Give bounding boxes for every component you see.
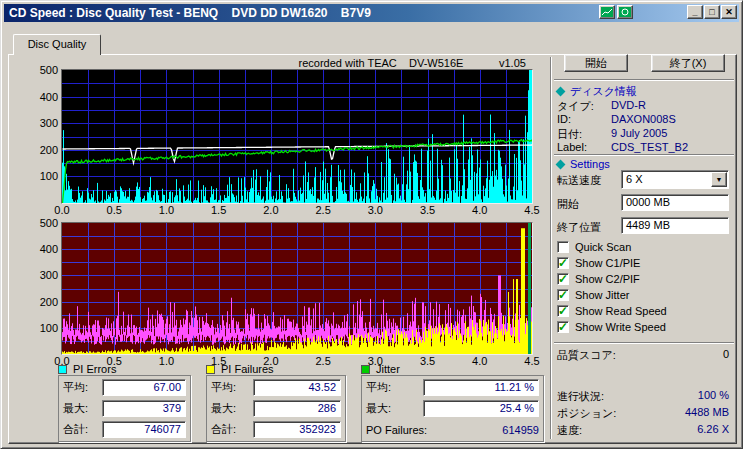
start-button-label: 開始 bbox=[585, 56, 607, 71]
recorded-with-text: recorded with TEAC DV-W516E bbox=[251, 57, 511, 69]
quality-score-label: 品質スコア: bbox=[557, 348, 616, 363]
pi-errors-title: PI Errors bbox=[73, 363, 116, 375]
checkbox-row-show-write-speed[interactable]: ✓Show Write Speed bbox=[557, 319, 733, 335]
checkbox-row-quick-scan[interactable]: Quick Scan bbox=[557, 239, 733, 255]
x-tick-label: 1.0 bbox=[153, 204, 179, 216]
disc-label-row: Label: CDS_TEST_B2 bbox=[557, 141, 688, 153]
speed-label: 転送速度 bbox=[557, 173, 601, 188]
x-tick-label: 4.5 bbox=[519, 355, 545, 367]
graph-view-icon[interactable] bbox=[599, 5, 615, 19]
checkbox-label-show-c2-pif: Show C2/PIF bbox=[575, 273, 640, 285]
position-label: ポジション: bbox=[557, 406, 616, 421]
x-tick-label: 3.0 bbox=[362, 204, 388, 216]
disc-date-row: 日付: 9 July 2005 bbox=[557, 127, 667, 142]
checkbox-row-show-jitter[interactable]: ✓Show Jitter bbox=[557, 287, 733, 303]
disc-info-header: ディスク情報 bbox=[557, 84, 637, 99]
chevron-down-icon[interactable]: ▼ bbox=[711, 172, 727, 187]
checkbox-row-show-read-speed[interactable]: ✓Show Read Speed bbox=[557, 303, 733, 319]
pi-failures-max-row: 最大: 286 bbox=[211, 400, 341, 417]
x-tick-label: 4.0 bbox=[467, 204, 493, 216]
y-tick-label: 200 bbox=[30, 296, 58, 308]
maximize-button[interactable]: □ bbox=[704, 5, 720, 19]
checkbox-show-write-speed[interactable]: ✓ bbox=[557, 321, 569, 333]
minimize-button[interactable]: _ bbox=[687, 5, 703, 19]
panel-divider bbox=[550, 57, 552, 439]
start-button[interactable]: 開始 bbox=[564, 54, 628, 72]
disc-icon bbox=[619, 7, 631, 17]
chart-pi-failures-y-axis: 100200300400500 bbox=[30, 223, 58, 354]
x-tick-label: 4.0 bbox=[467, 355, 493, 367]
pi-errors-avg-value: 67.00 bbox=[102, 379, 186, 396]
disc-label-value: CDS_TEST_B2 bbox=[611, 141, 688, 153]
maximize-icon: □ bbox=[709, 7, 714, 18]
x-tick-label: 2.5 bbox=[310, 204, 336, 216]
divider-1 bbox=[554, 79, 734, 81]
y-tick-label: 500 bbox=[30, 217, 58, 229]
progress-value: 100 % bbox=[698, 389, 729, 404]
x-tick-label: 4.5 bbox=[519, 204, 545, 216]
disc-date-label: 日付: bbox=[557, 127, 611, 142]
pi-failures-avg-value: 43.52 bbox=[253, 379, 341, 396]
checkbox-show-c1-pie[interactable]: ✓ bbox=[557, 257, 569, 269]
max-label: 最大: bbox=[63, 401, 88, 416]
start-position-field[interactable]: 0000 MB bbox=[621, 194, 729, 211]
checkbox-label-quick-scan: Quick Scan bbox=[575, 241, 631, 253]
disc-date-value: 9 July 2005 bbox=[611, 127, 667, 142]
quality-score-row: 品質スコア: 0 bbox=[557, 348, 729, 363]
avg-label: 平均: bbox=[211, 380, 236, 395]
exit-button[interactable]: 終了(X) bbox=[651, 54, 725, 72]
pi-failures-title: PI Failures bbox=[221, 363, 274, 375]
disc-type-label: タイプ: bbox=[557, 99, 611, 114]
position-row: ポジション: 4488 MB bbox=[557, 406, 729, 421]
x-tick-label: 1.0 bbox=[153, 355, 179, 367]
checkbox-show-jitter[interactable]: ✓ bbox=[557, 289, 569, 301]
y-tick-label: 200 bbox=[30, 144, 58, 156]
jitter-group: 平均: 11.21 % 最大: 25.4 % PO Failures: 6149… bbox=[361, 375, 544, 442]
pi-errors-avg-row: 平均: 67.00 bbox=[63, 379, 186, 396]
disc-type-value: DVD-R bbox=[611, 99, 646, 114]
disc-id-value: DAXON008S bbox=[611, 113, 676, 125]
jitter-title: Jitter bbox=[376, 363, 400, 375]
pi-errors-max-value: 379 bbox=[102, 400, 186, 417]
y-tick-label: 500 bbox=[30, 64, 58, 76]
checkbox-show-read-speed[interactable]: ✓ bbox=[557, 305, 569, 317]
disc-label-label: Label: bbox=[557, 141, 611, 153]
pi-failures-group: 平均: 43.52 最大: 286 合計: 352923 bbox=[206, 375, 346, 442]
checkbox-row-show-c1-pie[interactable]: ✓Show C1/PIE bbox=[557, 255, 733, 271]
graph-icon bbox=[601, 7, 613, 17]
settings-header: Settings bbox=[557, 158, 610, 170]
quality-score-value: 0 bbox=[723, 348, 729, 363]
pi-failures-max-value: 286 bbox=[253, 400, 341, 417]
speed-select[interactable]: 6 X ▼ bbox=[621, 170, 729, 189]
x-tick-label: 0.0 bbox=[49, 204, 75, 216]
x-tick-label: 0.5 bbox=[101, 204, 127, 216]
checkbox-row-show-c2-pif[interactable]: ✓Show C2/PIF bbox=[557, 271, 733, 287]
chart-pi-errors: 100200300400500 0.00.51.01.52.02.53.03.5… bbox=[61, 69, 533, 204]
po-failures-value: 614959 bbox=[502, 424, 539, 436]
checkbox-quick-scan[interactable] bbox=[557, 241, 569, 253]
checkbox-show-c2-pif[interactable]: ✓ bbox=[557, 273, 569, 285]
pi-failures-legend-icon bbox=[206, 365, 215, 374]
chart-pi-failures-x-axis: 0.00.51.01.52.02.53.03.54.04.5 bbox=[62, 355, 532, 368]
pi-failures-total-row: 合計: 352923 bbox=[211, 421, 341, 438]
chart-pi-errors-canvas bbox=[62, 70, 532, 203]
progress-row: 進行状況: 100 % bbox=[557, 389, 729, 404]
x-tick-label: 1.5 bbox=[206, 204, 232, 216]
app-window: CD Speed : Disc Quality Test - BENQ DVD … bbox=[0, 0, 743, 449]
tab-disc-quality[interactable]: Disc Quality bbox=[13, 34, 101, 55]
disc-view-icon[interactable] bbox=[617, 5, 633, 19]
end-position-field[interactable]: 4489 MB bbox=[621, 217, 729, 234]
close-button[interactable]: ✕ bbox=[721, 5, 737, 19]
diamond-icon bbox=[556, 159, 566, 169]
chart-pi-failures: 100200300400500 0.00.51.01.52.02.53.03.5… bbox=[61, 222, 533, 355]
jitter-avg-value: 11.21 % bbox=[423, 379, 539, 396]
speed-value: 6 X bbox=[626, 173, 643, 185]
x-tick-label: 2.0 bbox=[258, 204, 284, 216]
y-tick-label: 400 bbox=[30, 243, 58, 255]
progress-label: 進行状況: bbox=[557, 389, 604, 404]
y-tick-label: 400 bbox=[30, 91, 58, 103]
pi-failures-avg-row: 平均: 43.52 bbox=[211, 379, 341, 396]
close-icon: ✕ bbox=[725, 7, 733, 18]
titlebar[interactable]: CD Speed : Disc Quality Test - BENQ DVD … bbox=[4, 4, 739, 22]
pi-failures-total-value: 352923 bbox=[253, 421, 341, 438]
